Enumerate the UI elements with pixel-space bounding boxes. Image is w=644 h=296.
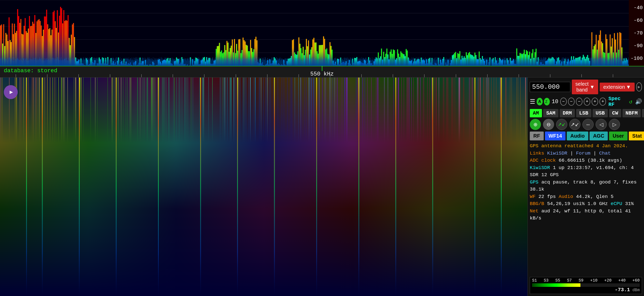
sig-s9: S9 xyxy=(579,278,583,283)
db-scale: -40 -60 -70 -90 -100 xyxy=(629,0,644,66)
bbg-line: BBG/B 54,26,19 usi% 1.0 GHz eCPU 31% xyxy=(530,200,642,208)
sig-bar-empty xyxy=(580,283,640,287)
frequency-input[interactable] xyxy=(530,82,570,92)
arrow-diag-in-icon: ↗↙ xyxy=(558,122,565,127)
dbm-value: -73.1 xyxy=(615,287,630,293)
arrow-left-btn[interactable]: ◁ xyxy=(596,119,607,130)
sig-40: +40 xyxy=(618,278,626,283)
mode-btn-cw[interactable]: CW xyxy=(609,109,621,117)
mode-btn-sam[interactable]: SAM xyxy=(543,109,558,117)
sig-s1: S1 xyxy=(532,278,537,283)
audio-value: 44.2k, Qlen 5 xyxy=(576,194,613,199)
hamburger-menu[interactable]: ☰ xyxy=(530,98,535,105)
refresh-button[interactable]: ↺ xyxy=(628,98,634,106)
minus-btn-2[interactable]: − xyxy=(568,98,575,106)
mode-btn-nbfm[interactable]: NBFM xyxy=(622,109,641,117)
controls-row: ☰ A Z 10 − − − + + + Spec RF ↺ 🔊 xyxy=(530,96,642,107)
select-band-arrow: ▼ xyxy=(590,84,595,90)
tab-user[interactable]: User xyxy=(609,132,627,140)
kiwisdr-label: KiwiSDR xyxy=(530,165,550,171)
db-label-70: -70 xyxy=(629,30,644,36)
net-line: Net aud 24, wf 11, http 0, total 41 kB/s xyxy=(530,208,642,222)
spec-rf-label: Spec RF xyxy=(608,96,625,107)
signal-meter: S1 S3 S5 S7 S9 +10 +20 +40 +60 -73.1 dBm xyxy=(530,277,642,294)
minus-btn-1[interactable]: − xyxy=(560,98,567,106)
arrow-diag-in[interactable]: ↗↙ xyxy=(556,119,567,130)
db-label-100: -100 xyxy=(629,56,644,61)
links-prefix: Links xyxy=(530,151,544,156)
mode-btn-lsb[interactable]: LSB xyxy=(576,109,591,117)
minus-btn-3[interactable]: − xyxy=(576,98,582,106)
plus-btn-3[interactable]: + xyxy=(599,98,606,106)
dbm-unit: dBm xyxy=(632,288,640,292)
plus-btn-2[interactable]: + xyxy=(592,98,598,106)
mode-btn-usb[interactable]: USB xyxy=(593,109,608,117)
arrow-lr-btn[interactable]: ↔ xyxy=(582,119,594,130)
waterfall-play-button[interactable] xyxy=(4,85,18,99)
tab-wf14[interactable]: WF14 xyxy=(545,132,565,140)
extension-label: extension xyxy=(603,84,625,90)
tab-rf[interactable]: RF xyxy=(530,132,544,140)
gain-value: 10 xyxy=(552,99,558,105)
links-line: Links KiwiSDR | Forum | Chat xyxy=(530,150,642,157)
gps-label: GPS xyxy=(530,179,538,185)
tab-agc[interactable]: AGC xyxy=(590,132,608,140)
net-label: Net xyxy=(530,208,538,214)
bbg-value: 54,26,19 usi% 1.0 GHz xyxy=(547,201,611,207)
db-label-60: -60 xyxy=(629,17,644,23)
wf-label: WF xyxy=(530,194,536,199)
sig-s5: S5 xyxy=(555,278,560,283)
sig-row-bottom: -73.1 dBm xyxy=(532,287,640,293)
sig-60: +60 xyxy=(632,278,640,283)
sig-bar xyxy=(532,283,640,287)
mode-btn-drm[interactable]: DRM xyxy=(560,109,575,117)
link-chat[interactable]: Chat xyxy=(599,151,611,156)
frequency-bar: database: stored 550 kHz xyxy=(0,66,644,78)
sig-labels: S1 S3 S5 S7 S9 +10 +20 +40 +60 xyxy=(532,278,640,283)
mode-buttons-row: AM SAM DRM LSB USB CW NBFM IQ xyxy=(530,109,642,117)
adc-label: ADC clock xyxy=(530,158,556,163)
wf-line: WF 22 fps Audio 44.2k, Qlen 5 xyxy=(530,193,642,200)
right-panel: select band ▼ extension ▼ ▶ ☰ A Z 10 − −… xyxy=(528,78,644,296)
zoom-in-btn[interactable]: ⊕ xyxy=(530,119,541,130)
select-band-label: select band xyxy=(575,81,589,93)
tab-stat[interactable]: Stat xyxy=(629,132,644,140)
db-label-90: -90 xyxy=(629,43,644,49)
volume-icon[interactable]: 🔊 xyxy=(635,98,642,105)
spectrum-display: -40 -60 -70 -90 -100 xyxy=(0,0,644,66)
sig-s7: S7 xyxy=(567,278,572,283)
adc-line: ADC clock 66.666115 (38.1k avgs) xyxy=(530,157,642,164)
spectrum-canvas[interactable] xyxy=(0,0,644,66)
ecpu-value: 31% xyxy=(625,201,634,207)
link-kiwisdr[interactable]: KiwiSDR xyxy=(547,151,567,156)
play-button[interactable]: ▶ xyxy=(636,82,642,91)
gps-value: acq pause, track 8, good 7, fixes 38.1k xyxy=(530,179,637,192)
dbm-display: -73.1 dBm xyxy=(615,287,640,293)
arrow-diag-out[interactable]: ↗↙ xyxy=(569,119,580,130)
waterfall-display[interactable] xyxy=(0,78,528,296)
freq-marker: 550 kHz xyxy=(310,66,334,77)
audio-label: Audio xyxy=(559,194,573,199)
freq-marker-line xyxy=(322,66,322,71)
zoom-out-btn[interactable]: ⊖ xyxy=(543,119,554,130)
info-section: GPS antenna reattached 4 Jan 2024. Links… xyxy=(530,142,642,275)
main-row: select band ▼ extension ▼ ▶ ☰ A Z 10 − −… xyxy=(0,78,644,296)
tab-audio[interactable]: Audio xyxy=(567,132,588,140)
freq-label: 550 kHz xyxy=(310,71,334,77)
svg-text:Z: Z xyxy=(545,100,547,104)
mode-btn-am[interactable]: AM xyxy=(530,109,542,117)
badge-green[interactable]: Z xyxy=(544,98,550,105)
badge-a[interactable]: A xyxy=(537,98,543,105)
plus-btn-1[interactable]: + xyxy=(584,98,590,106)
waterfall-canvas[interactable] xyxy=(0,78,528,296)
extension-arrow: ▼ xyxy=(626,84,631,90)
arrow-right-btn[interactable]: ▷ xyxy=(609,119,620,130)
extension-dropdown[interactable]: extension ▼ xyxy=(600,83,634,91)
db-label-40: -40 xyxy=(629,5,644,11)
bbg-label: BBG/B xyxy=(530,201,544,207)
select-band-dropdown[interactable]: select band ▼ xyxy=(572,80,598,94)
link-forum[interactable]: Forum xyxy=(576,151,590,156)
sig-10: +10 xyxy=(590,278,598,283)
sig-20: +20 xyxy=(604,278,612,283)
mode-btn-iq[interactable]: IQ xyxy=(642,109,644,117)
